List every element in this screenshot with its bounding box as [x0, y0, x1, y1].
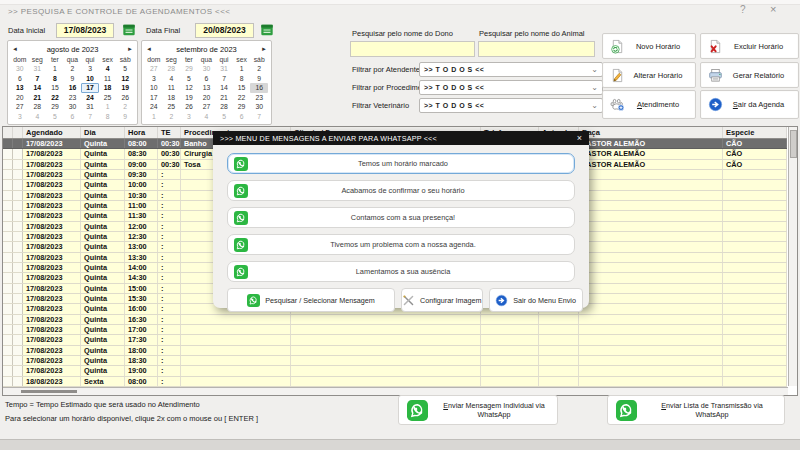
- calendar-day[interactable]: 3: [180, 112, 198, 122]
- calendar-day[interactable]: 31: [29, 64, 47, 74]
- calendar-day[interactable]: 30: [11, 64, 29, 74]
- whatsapp-message-button[interactable]: Contamos com a sua presença!: [227, 207, 575, 228]
- calendar-day[interactable]: 2: [116, 102, 134, 112]
- vertical-scrollbar-thumb[interactable]: [790, 130, 797, 158]
- calendar-day[interactable]: 15: [46, 83, 64, 93]
- filter-procedimento-select[interactable]: >> T O D O S << ⌄: [419, 80, 603, 95]
- calendar-day[interactable]: 20: [11, 93, 29, 103]
- enviar-lista-transmissao-button[interactable]: Enviar Lista de Transmissão via WhatsApp: [607, 395, 785, 425]
- calendar-day[interactable]: 30: [198, 64, 216, 74]
- calendar-day[interactable]: 29: [46, 102, 64, 112]
- excluir-horario-button[interactable]: Excluir Horário: [700, 33, 799, 59]
- calendar-day[interactable]: 31: [81, 102, 99, 112]
- calendar-day[interactable]: 1: [145, 112, 163, 122]
- calendar-day[interactable]: 10: [81, 74, 99, 84]
- data-inicial-input[interactable]: 17/08/2023: [56, 23, 114, 38]
- column-header[interactable]: Raça: [579, 127, 723, 138]
- table-row[interactable]: 17/08/2023Quinta19:00:: [3, 366, 787, 376]
- calendar-day[interactable]: 4: [198, 112, 216, 122]
- calendar-day[interactable]: 25: [163, 102, 181, 112]
- calendar-day[interactable]: 13: [11, 83, 29, 93]
- filter-veterinario-select[interactable]: >> T O D O S << ⌄: [419, 98, 603, 113]
- table-row[interactable]: 17/08/2023Quinta16:30:: [3, 315, 787, 325]
- column-header[interactable]: Hora: [125, 127, 158, 138]
- calendar-prev-arrow-icon[interactable]: ◄: [146, 46, 152, 52]
- calendar-day[interactable]: 2: [163, 112, 181, 122]
- calendar-day[interactable]: 24: [145, 102, 163, 112]
- calendar-day[interactable]: 26: [116, 93, 134, 103]
- calendar-day[interactable]: 5: [215, 112, 233, 122]
- table-row[interactable]: 17/08/2023Quinta18:30:: [3, 356, 787, 366]
- calendar-day[interactable]: 27: [11, 102, 29, 112]
- calendar-day[interactable]: 9: [250, 74, 268, 84]
- calendar-day[interactable]: 23: [64, 93, 82, 103]
- horizontal-scrollbar[interactable]: [3, 387, 788, 395]
- calendar-day[interactable]: 30: [250, 102, 268, 112]
- calendar-day[interactable]: 6: [198, 74, 216, 84]
- calendar-day[interactable]: 27: [145, 64, 163, 74]
- novo-horario-button[interactable]: Novo Horário: [602, 33, 696, 59]
- calendar-day[interactable]: 16: [250, 83, 268, 93]
- column-header[interactable]: [13, 127, 23, 138]
- calendar-day[interactable]: 7: [250, 112, 268, 122]
- column-header[interactable]: Especie: [723, 127, 787, 138]
- calendar-day[interactable]: 19: [180, 93, 198, 103]
- vertical-scrollbar[interactable]: [788, 127, 797, 386]
- calendar-day[interactable]: 17: [81, 83, 99, 93]
- column-header[interactable]: Dia: [81, 127, 125, 138]
- data-final-calendar-button[interactable]: [260, 23, 274, 37]
- calendar-day[interactable]: 8: [233, 74, 251, 84]
- close-window-button[interactable]: ×: [770, 3, 776, 15]
- calendar-day[interactable]: 5: [46, 112, 64, 122]
- calendar-day[interactable]: 25: [99, 93, 117, 103]
- calendar-day[interactable]: 20: [198, 93, 216, 103]
- calendar-day[interactable]: 4: [99, 64, 117, 74]
- calendar-day[interactable]: 10: [145, 83, 163, 93]
- calendar-day[interactable]: 1: [233, 64, 251, 74]
- calendar-day[interactable]: 2: [250, 64, 268, 74]
- whatsapp-message-button[interactable]: Tivemos um problema com a nossa agenda.: [227, 234, 575, 255]
- calendar-day[interactable]: 18: [163, 93, 181, 103]
- calendar-day[interactable]: 18: [99, 83, 117, 93]
- sair-da-agenda-button[interactable]: Sair da Agenda: [700, 90, 799, 119]
- calendar-day[interactable]: 16: [64, 83, 82, 93]
- calendar-day[interactable]: 12: [180, 83, 198, 93]
- column-header[interactable]: Agendado: [23, 127, 81, 138]
- filter-atendente-select[interactable]: >> T O D O S << ⌄: [419, 62, 603, 77]
- calendar-day[interactable]: 1: [46, 64, 64, 74]
- pesquisar-selecionar-mensagem-button[interactable]: Pesquisar / Selecionar Mensagem: [227, 288, 395, 312]
- calendar-day[interactable]: 9: [116, 112, 134, 122]
- calendar-day[interactable]: 4: [163, 74, 181, 84]
- calendar-day[interactable]: 5: [180, 74, 198, 84]
- table-row[interactable]: 18/08/2023Sexta08:00:: [3, 377, 787, 387]
- horizontal-scrollbar-thumb[interactable]: [21, 390, 77, 393]
- data-inicial-calendar-button[interactable]: [122, 23, 136, 37]
- help-button[interactable]: ?: [740, 4, 746, 15]
- calendar-day[interactable]: 3: [11, 112, 29, 122]
- calendar-day[interactable]: 8: [46, 74, 64, 84]
- calendar-day[interactable]: 6: [233, 112, 251, 122]
- calendar-day[interactable]: 7: [215, 74, 233, 84]
- whatsapp-message-button[interactable]: Lamentamos a sua ausência: [227, 261, 575, 282]
- calendar-day[interactable]: 3: [81, 64, 99, 74]
- data-final-input[interactable]: 20/08/2023: [195, 23, 254, 38]
- column-header[interactable]: TE: [158, 127, 181, 138]
- calendar-day[interactable]: 15: [233, 83, 251, 93]
- table-row[interactable]: 17/08/2023Quinta17:00:: [3, 325, 787, 335]
- calendar-day[interactable]: 28: [29, 102, 47, 112]
- whatsapp-message-button[interactable]: Acabamos de confirmar o seu horário: [227, 180, 575, 201]
- calendar-day[interactable]: 28: [163, 64, 181, 74]
- calendar-day[interactable]: 27: [198, 102, 216, 112]
- enviar-mensagem-individual-button[interactable]: Enviar Mensagem Individual via WhatsApp: [398, 395, 558, 425]
- calendar-day[interactable]: 7: [29, 74, 47, 84]
- gerar-relatorio-button[interactable]: Gerar Relatório: [700, 62, 799, 88]
- calendar-day[interactable]: 6: [11, 74, 29, 84]
- calendar-day[interactable]: 7: [81, 112, 99, 122]
- calendar-day[interactable]: 28: [215, 102, 233, 112]
- table-row[interactable]: 17/08/2023Quinta17:30:: [3, 335, 787, 345]
- calendar-day[interactable]: 13: [198, 83, 216, 93]
- whatsapp-message-button[interactable]: Temos um horário marcado: [227, 153, 575, 174]
- calendar-next-arrow-icon[interactable]: ►: [261, 46, 267, 52]
- calendar-day[interactable]: 5: [116, 64, 134, 74]
- calendar-day[interactable]: 24: [81, 93, 99, 103]
